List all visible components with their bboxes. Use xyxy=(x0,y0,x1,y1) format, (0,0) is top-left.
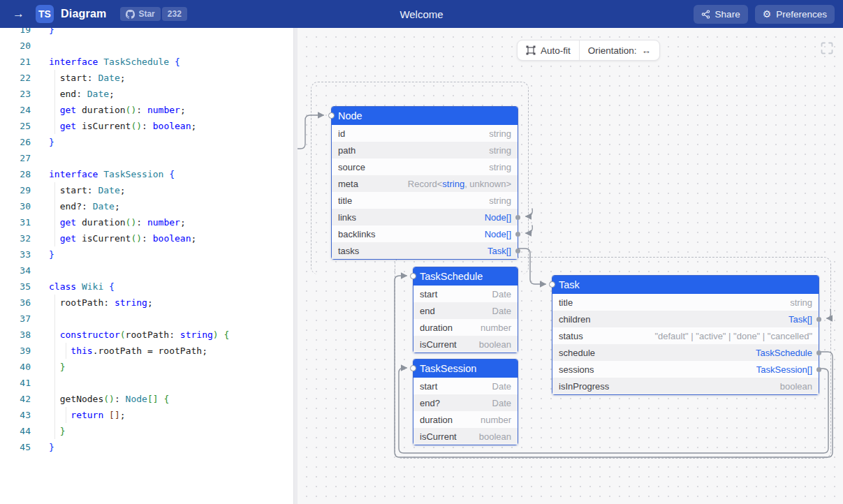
back-arrow-icon[interactable]: → xyxy=(8,7,29,21)
entity-table-taskschedule[interactable]: TaskSchedulestartDateendDatedurationnumb… xyxy=(413,267,518,353)
code-line[interactable]: 28interface TaskSession { xyxy=(0,166,293,182)
code-line[interactable]: 37 xyxy=(0,311,293,327)
field-row-schedule[interactable]: scheduleTaskSchedule xyxy=(552,344,819,361)
code-line[interactable]: 29 start: Date; xyxy=(0,182,293,198)
type-link[interactable]: TaskSchedule xyxy=(756,348,812,358)
code-line[interactable]: 30 end?: Date; xyxy=(0,198,293,214)
code-line[interactable]: 42 getNodes(): Node[] { xyxy=(0,391,293,407)
code-line[interactable]: 41 xyxy=(0,375,293,391)
edge-node-links-self[interactable] xyxy=(526,209,532,216)
entity-table-tasksession[interactable]: TaskSessionstartDateend?Datedurationnumb… xyxy=(413,359,518,445)
code-line[interactable]: 33} xyxy=(0,246,293,262)
field-row-backlinks[interactable]: backlinksNode[] xyxy=(332,225,518,242)
type-link[interactable]: Node[] xyxy=(485,229,511,239)
field-row-duration[interactable]: durationnumber xyxy=(413,319,518,336)
github-star-button[interactable]: Star xyxy=(120,7,160,21)
type-link[interactable]: string xyxy=(442,179,464,189)
code-editor[interactable]: 19}2021interface TaskSchedule {22 start:… xyxy=(0,28,293,504)
star-count-badge[interactable]: 232 xyxy=(162,7,187,21)
editor-lines: 19}2021interface TaskSchedule {22 start:… xyxy=(0,28,293,455)
code-line[interactable]: 25 get isCurrent(): boolean; xyxy=(0,118,293,134)
code-line[interactable]: 40 } xyxy=(0,359,293,375)
code-line[interactable]: 31 get duration(): number; xyxy=(0,214,293,230)
field-row-duration[interactable]: durationnumber xyxy=(413,411,518,428)
field-row-end[interactable]: end?Date xyxy=(413,394,518,411)
entity-table-task[interactable]: TasktitlestringchildrenTask[]status"defa… xyxy=(552,275,819,395)
field-row-children[interactable]: childrenTask[] xyxy=(552,311,819,327)
field-type: Task[] xyxy=(488,246,511,256)
edge-task-children-self[interactable] xyxy=(827,309,830,318)
source-handle[interactable] xyxy=(816,350,821,355)
code-line[interactable]: 35class Wiki { xyxy=(0,279,293,295)
source-handle[interactable] xyxy=(816,317,821,322)
code-line[interactable]: 36 rootPath: string; xyxy=(0,295,293,311)
field-row-tasks[interactable]: tasksTask[] xyxy=(332,242,518,259)
code-line[interactable]: 32 get isCurrent(): boolean; xyxy=(0,230,293,246)
code-line[interactable]: 23 end: Date; xyxy=(0,86,293,102)
type-link[interactable]: TaskSession[] xyxy=(756,364,812,375)
field-row-title[interactable]: titlestring xyxy=(332,192,518,209)
field-type: boolean xyxy=(780,381,812,392)
line-number: 45 xyxy=(0,439,31,455)
table-header[interactable]: TaskSession xyxy=(413,360,518,378)
code-line[interactable]: 20 xyxy=(0,38,293,54)
preferences-button[interactable]: ⚙ Preferences xyxy=(755,5,835,24)
line-number: 35 xyxy=(0,279,31,295)
github-star-widget[interactable]: Star 232 xyxy=(120,7,186,21)
type-link[interactable]: Task[] xyxy=(789,314,812,325)
code-line[interactable]: 19} xyxy=(0,28,293,38)
target-handle[interactable] xyxy=(328,112,335,119)
entity-table-node[interactable]: NodeidstringpathstringsourcestringmetaRe… xyxy=(331,106,518,260)
code-line[interactable]: 45} xyxy=(0,439,293,455)
type-link[interactable]: Task[] xyxy=(488,246,511,256)
field-row-isInProgress[interactable]: isInProgressboolean xyxy=(552,378,819,394)
field-row-sessions[interactable]: sessionsTaskSession[] xyxy=(552,361,819,378)
github-icon xyxy=(126,10,135,19)
target-handle[interactable] xyxy=(410,365,416,371)
source-handle[interactable] xyxy=(515,232,520,237)
share-button[interactable]: Share xyxy=(694,5,748,24)
table-header[interactable]: Task xyxy=(552,276,819,294)
code-line[interactable]: 34 xyxy=(0,262,293,279)
field-row-source[interactable]: sourcestring xyxy=(332,158,518,175)
code-line[interactable]: 43 return []; xyxy=(0,407,293,423)
code-line[interactable]: 21interface TaskSchedule { xyxy=(0,54,293,70)
field-row-start[interactable]: startDate xyxy=(413,378,518,394)
field-row-title[interactable]: titlestring xyxy=(552,294,819,311)
table-header[interactable]: TaskSchedule xyxy=(413,267,518,286)
source-handle[interactable] xyxy=(816,367,821,372)
orientation-button[interactable]: Orientation: ↔ xyxy=(580,40,659,60)
code-line[interactable]: 24 get duration(): number; xyxy=(0,102,293,118)
field-row-isCurrent[interactable]: isCurrentboolean xyxy=(413,336,518,353)
code-line[interactable]: 22 start: Date; xyxy=(0,70,293,86)
field-name: tasks xyxy=(338,246,359,256)
target-handle[interactable] xyxy=(549,281,555,288)
field-row-links[interactable]: linksNode[] xyxy=(332,209,518,225)
field-row-status[interactable]: status"default" | "active" | "done" | "c… xyxy=(552,327,819,344)
source-handle[interactable] xyxy=(515,249,520,253)
field-row-start[interactable]: startDate xyxy=(413,286,518,302)
code-line[interactable]: 26} xyxy=(0,134,293,150)
code-line[interactable]: 27 xyxy=(0,150,293,166)
code-line[interactable]: 38 constructor(rootPath: string) { xyxy=(0,327,293,343)
field-row-meta[interactable]: metaRecord<string, unknown> xyxy=(332,175,518,192)
source-handle[interactable] xyxy=(515,215,520,220)
edge-node-tasks-to-task[interactable] xyxy=(518,249,545,284)
diagram-canvas[interactable]: NodeidstringpathstringsourcestringmetaRe… xyxy=(298,28,843,504)
field-row-id[interactable]: idstring xyxy=(332,125,518,142)
table-header[interactable]: Node xyxy=(332,107,518,125)
target-handle[interactable] xyxy=(410,273,416,279)
auto-fit-button[interactable]: Auto-fit xyxy=(518,40,579,60)
field-row-end[interactable]: endDate xyxy=(413,302,518,319)
field-type: Date xyxy=(492,289,511,299)
edge-node-backlinks-self[interactable] xyxy=(526,225,532,233)
fullscreen-icon[interactable] xyxy=(821,42,833,54)
code-line[interactable]: 44 } xyxy=(0,423,293,439)
type-link[interactable]: Node[] xyxy=(485,212,511,223)
code-line[interactable]: 39 this.rootPath = rootPath; xyxy=(0,343,293,359)
field-type: Date xyxy=(492,398,511,408)
field-row-isCurrent[interactable]: isCurrentboolean xyxy=(413,428,518,445)
edge-wiki-getnodes-to-node[interactable] xyxy=(298,115,323,149)
app-logo[interactable]: TS xyxy=(36,5,54,23)
field-row-path[interactable]: pathstring xyxy=(332,142,518,158)
